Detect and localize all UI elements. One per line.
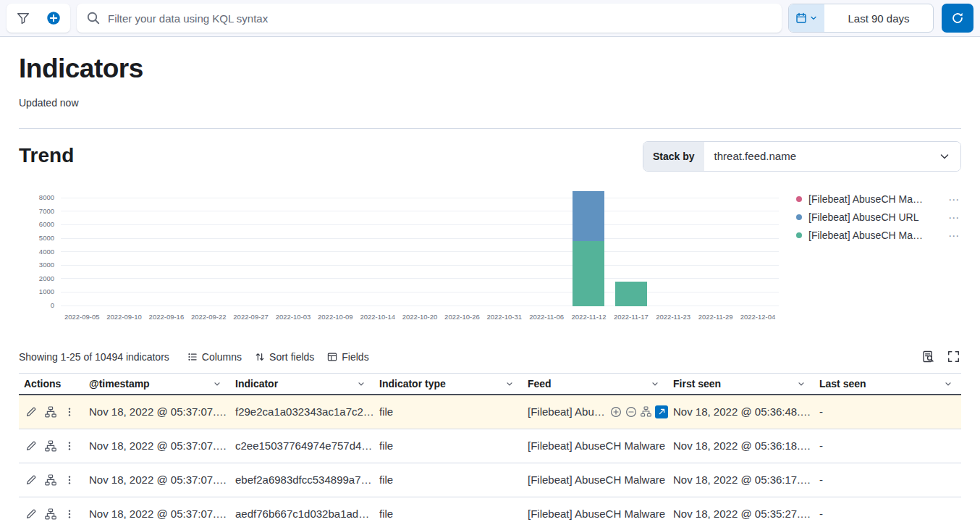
indicator-cell[interactable]: aedf76b667c1d032ba1ada… [230,508,374,520]
timestamp-cell[interactable]: Nov 18, 2022 @ 05:37:07.… [84,439,230,452]
sitemap-icon [45,440,56,452]
indicator-type-cell[interactable]: file [374,473,523,486]
first-seen-cell[interactable]: Nov 18, 2022 @ 05:36:18.… [668,439,814,452]
add-filter-button[interactable] [38,4,69,33]
column-header-timestamp[interactable]: @timestamp [84,374,230,394]
row-add-to-timeline-button[interactable] [45,474,56,486]
inspect-icon [922,350,934,363]
indicator-cell[interactable]: f29e2ca1a032343ac1a7c2… [230,405,374,418]
column-header-indicator[interactable]: Indicator [230,374,374,394]
row-add-to-timeline-button[interactable] [45,508,56,520]
indicator-type-cell[interactable]: file [374,508,523,520]
row-more-actions-button[interactable] [64,508,75,520]
indicator-type-cell[interactable]: file [374,405,523,418]
last-seen-cell[interactable]: - [814,439,961,452]
chart-bar-segment[interactable] [573,191,604,241]
first-seen-cell[interactable]: Nov 18, 2022 @ 05:35:27.… [668,508,814,520]
first-seen-cell[interactable]: Nov 18, 2022 @ 05:36:48.… [668,405,814,418]
open-details-button[interactable] [655,405,668,418]
timestamp-cell[interactable]: Nov 18, 2022 @ 05:37:07.… [84,508,230,520]
legend-label[interactable]: [Filebeat] AbuseCH Ma… [808,193,940,205]
dots-vertical-icon [64,508,75,520]
fields-button[interactable]: Fields [321,348,375,366]
column-header-last-seen[interactable]: Last seen [814,374,961,394]
legend-more-actions-button[interactable]: ⋯ [947,194,961,205]
chart-bar-segment[interactable] [573,241,604,306]
chevron-down-icon[interactable] [944,379,952,388]
indicators-table: Actions @timestamp Indicator Indicator t… [19,373,961,522]
row-more-actions-button[interactable] [64,440,75,452]
date-picker-calendar-button[interactable] [789,4,824,32]
last-seen-cell[interactable]: - [814,508,961,520]
chevron-down-icon[interactable] [651,379,659,388]
row-edit-button[interactable] [25,474,37,486]
feed-cell[interactable]: [Filebeat] Abus… [523,405,668,418]
feed-cell[interactable]: [Filebeat] AbuseCH Malware [523,473,668,486]
chevron-down-icon[interactable] [505,379,514,388]
legend-dot [796,232,802,238]
table-row[interactable]: Nov 18, 2022 @ 05:37:07.… f29e2ca1a03234… [19,395,961,429]
open-flyout-icon [658,408,666,416]
indicator-cell[interactable]: ebef2a6983dfcc534899a7… [230,473,374,486]
date-range-label[interactable]: Last 90 days [824,4,933,32]
legend-item[interactable]: [Filebeat] AbuseCH URL ⋯ [796,209,961,227]
column-header-indicator-type[interactable]: Indicator type [374,374,523,394]
fullscreen-button[interactable] [946,349,961,364]
column-header-actions: Actions [19,374,84,394]
table-row[interactable]: Nov 18, 2022 @ 05:37:07.… c2ee1503776497… [19,429,961,463]
row-edit-button[interactable] [25,406,37,418]
filter-out-button[interactable] [625,406,637,418]
row-add-to-timeline-button[interactable] [45,406,56,418]
chart-legend: [Filebeat] AbuseCH Ma… ⋯ [Filebeat] Abus… [779,190,961,321]
column-header-first-seen[interactable]: First seen [668,374,814,394]
last-seen-cell[interactable]: - [814,473,961,486]
search-input[interactable] [108,12,772,25]
inspect-button[interactable] [921,349,936,364]
column-header-feed[interactable]: Feed [523,374,668,394]
legend-label[interactable]: [Filebeat] AbuseCH Ma… [808,230,940,241]
columns-button[interactable]: Columns [181,348,248,366]
table-row[interactable]: Nov 18, 2022 @ 05:37:07.… aedf76b667c1d0… [19,497,961,522]
legend-item[interactable]: [Filebeat] AbuseCH Ma… ⋯ [796,190,961,209]
feed-cell[interactable]: [Filebeat] AbuseCH Malware [523,439,668,452]
sitemap-icon [45,406,56,418]
row-edit-button[interactable] [25,508,37,520]
plus-in-circle-icon [46,11,61,25]
sitemap-icon [45,508,56,520]
row-edit-button[interactable] [25,440,37,452]
pencil-icon [25,406,37,418]
row-more-actions-button[interactable] [64,406,75,418]
section-divider [19,128,961,129]
legend-item[interactable]: [Filebeat] AbuseCH Ma… ⋯ [796,227,961,245]
indicator-type-cell[interactable]: file [374,439,523,452]
chevron-down-icon[interactable] [357,379,366,388]
kql-search-bar[interactable] [77,4,782,33]
fullscreen-icon [947,350,960,363]
results-count: Showing 1-25 of 10494 indicators [19,351,169,363]
cell-hover-actions [610,405,668,418]
filter-in-button[interactable] [610,406,622,418]
refresh-button[interactable] [942,4,973,33]
table-row[interactable]: Nov 18, 2022 @ 05:37:07.… ebef2a6983dfcc… [19,463,961,497]
legend-label[interactable]: [Filebeat] AbuseCH URL [808,211,940,223]
row-more-actions-button[interactable] [64,474,75,486]
trend-chart-plot[interactable] [61,190,779,306]
row-add-to-timeline-button[interactable] [45,440,56,452]
chevron-down-icon [809,14,818,22]
timestamp-cell[interactable]: Nov 18, 2022 @ 05:37:07.… [84,405,230,418]
add-to-timeline-button[interactable] [641,406,651,417]
chart-bar-segment[interactable] [615,282,647,306]
saved-query-menu-button[interactable] [8,4,38,33]
timestamp-cell[interactable]: Nov 18, 2022 @ 05:37:07.… [84,473,230,486]
last-seen-cell[interactable]: - [814,405,961,418]
legend-more-actions-button[interactable]: ⋯ [947,230,961,241]
chevron-down-icon[interactable] [213,379,221,388]
indicator-cell[interactable]: c2ee15037764974e757d4… [230,439,374,452]
chevron-down-icon[interactable] [797,379,806,388]
sort-fields-button[interactable]: Sort fields [248,348,321,366]
first-seen-cell[interactable]: Nov 18, 2022 @ 05:36:17.… [668,473,814,486]
legend-more-actions-button[interactable]: ⋯ [947,212,961,223]
feed-cell[interactable]: [Filebeat] AbuseCH Malware [523,508,668,520]
stack-by-select[interactable]: threat.feed.name [704,142,960,171]
table-icon [327,352,337,362]
